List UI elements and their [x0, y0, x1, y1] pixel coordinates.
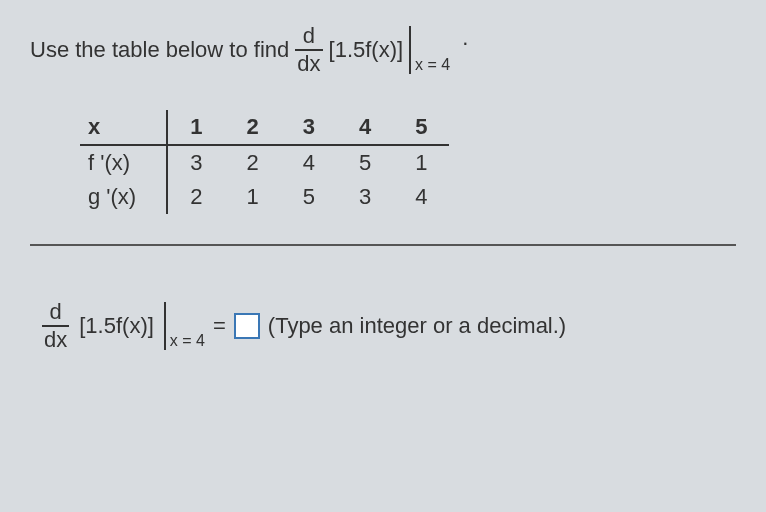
header-x: x: [80, 110, 167, 145]
frac-denominator-answer: dx: [42, 325, 69, 351]
frac-numerator: d: [301, 25, 317, 49]
row-label-gprime: g '(x): [80, 180, 167, 214]
equals-sign: =: [213, 313, 226, 339]
header-col-3: 3: [281, 110, 337, 145]
problem-prompt: Use the table below to find d dx [1.5f(x…: [30, 25, 736, 75]
header-col-4: 4: [337, 110, 393, 145]
header-col-1: 1: [167, 110, 224, 145]
evaluation-point: x = 4: [415, 56, 450, 74]
table-row: g '(x) 2 1 5 3 4: [80, 180, 449, 214]
frac-numerator-answer: d: [48, 301, 64, 325]
cell: 5: [281, 180, 337, 214]
derivative-operator: d dx: [295, 25, 322, 75]
vertical-bar-icon: [164, 302, 166, 350]
table-header-row: x 1 2 3 4 5: [80, 110, 449, 145]
cell: 1: [224, 180, 280, 214]
section-divider: [30, 244, 736, 246]
cell: 2: [167, 180, 224, 214]
header-col-2: 2: [224, 110, 280, 145]
evaluation-bar: x = 4: [409, 26, 450, 74]
evaluation-point-answer: x = 4: [170, 332, 205, 350]
cell: 1: [393, 145, 449, 180]
function-values-table: x 1 2 3 4 5 f '(x) 3 2 4 5 1 g '(x) 2 1 …: [80, 110, 449, 214]
cell: 3: [167, 145, 224, 180]
cell: 2: [224, 145, 280, 180]
derivative-operator-answer: d dx: [42, 301, 69, 351]
bracket-expression-answer: [1.5f(x)]: [79, 313, 154, 339]
bracket-expression: [1.5f(x)]: [329, 37, 404, 63]
answer-row: d dx [1.5f(x)] x = 4 = (Type an integer …: [40, 301, 736, 351]
cell: 4: [281, 145, 337, 180]
evaluation-bar-answer: x = 4: [164, 302, 205, 350]
prompt-lead-text: Use the table below to find: [30, 37, 289, 63]
vertical-bar-icon: [409, 26, 411, 74]
cell: 5: [337, 145, 393, 180]
cell: 3: [337, 180, 393, 214]
frac-denominator: dx: [295, 49, 322, 75]
answer-input[interactable]: [234, 313, 260, 339]
cell: 4: [393, 180, 449, 214]
answer-hint: (Type an integer or a decimal.): [268, 313, 566, 339]
row-label-fprime: f '(x): [80, 145, 167, 180]
period-mark: .: [462, 25, 468, 51]
data-table-container: x 1 2 3 4 5 f '(x) 3 2 4 5 1 g '(x) 2 1 …: [80, 110, 736, 214]
table-row: f '(x) 3 2 4 5 1: [80, 145, 449, 180]
header-col-5: 5: [393, 110, 449, 145]
